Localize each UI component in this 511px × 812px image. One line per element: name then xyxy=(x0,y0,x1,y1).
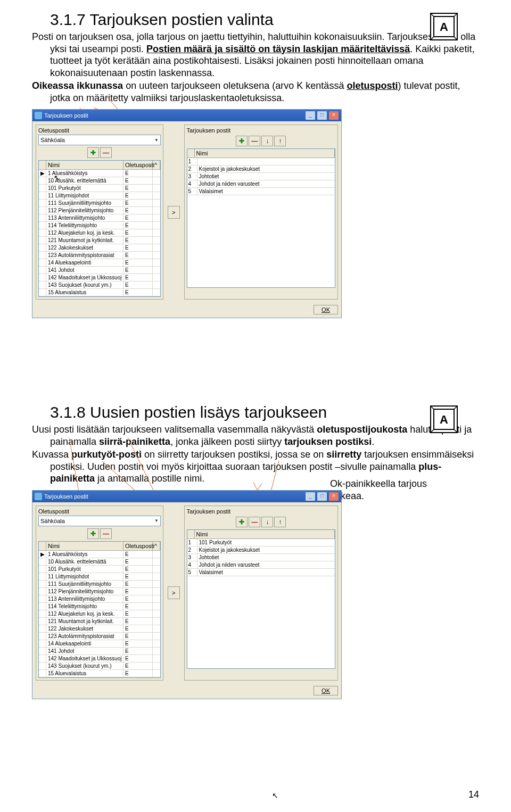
text: on uuteen tarjoukseen oletuksena (arvo K… xyxy=(123,80,347,91)
table-row[interactable]: 1101 Purkutyöt xyxy=(187,539,335,546)
window-icon xyxy=(35,493,42,500)
table-row[interactable]: 112 Aluejakelun koj. ja kesk.E xyxy=(39,610,160,618)
text: ja antamalla postille nimi. xyxy=(95,473,204,484)
label-oletuspostit: Oletuspostit xyxy=(38,127,161,134)
page-number: 14 xyxy=(468,789,479,800)
text: oletuspostijoukosta xyxy=(317,424,407,435)
para: Oikeassa ikkunassa on uuteen tarjoukseen… xyxy=(32,80,479,104)
transfer-button[interactable]: > xyxy=(168,586,180,599)
dropdown-ala[interactable]: Sähköala▼ xyxy=(38,135,161,145)
remove-button[interactable]: — xyxy=(249,136,260,146)
table-row[interactable]: 111 SuurjännitliittymisjohtoE xyxy=(39,200,160,207)
table-row[interactable]: 111 SuurjännitliittymisjohtoE xyxy=(39,581,160,588)
ok-button[interactable]: OK xyxy=(314,686,338,695)
move-down-button[interactable]: ↓ xyxy=(261,517,273,527)
para: Ok-painikkeella tarjous aukeaa. xyxy=(330,478,436,502)
move-up-button[interactable]: ↑ xyxy=(274,517,286,527)
close-button[interactable]: × xyxy=(328,111,339,120)
label-tarjouksen-postit: Tarjouksen postit xyxy=(187,508,336,515)
table-row[interactable]: 142 Maadoitukset ja UkkossuojE xyxy=(39,655,160,662)
left-pane: Oletuspostit Sähköala▼ ✚ — NimiOletuspos… xyxy=(36,506,163,681)
table-row[interactable]: 10 Alusähk. erittelemättäE xyxy=(39,177,160,185)
col-nimi: Nimi xyxy=(195,530,335,538)
table-row[interactable]: 141 JohdotE xyxy=(39,648,160,655)
ok-button[interactable]: OK xyxy=(314,305,338,314)
table-row[interactable]: 15 AluevalaistusE xyxy=(39,289,160,296)
add-button[interactable]: ✚ xyxy=(236,517,248,527)
chevron-down-icon: ▼ xyxy=(154,518,159,523)
maximize-button[interactable]: □ xyxy=(317,492,327,501)
table-row[interactable]: 122 JakokeskuksetE xyxy=(39,625,160,633)
text: . xyxy=(372,436,374,447)
table-row[interactable]: 143 Suojukset (kourut ym.)E xyxy=(39,281,160,289)
minimize-button[interactable]: _ xyxy=(305,111,316,120)
remove-button[interactable]: — xyxy=(249,517,260,527)
table-row[interactable]: 121 Muuntamot ja kytkinlait.E xyxy=(39,237,160,244)
grid-tarjouksen-postit[interactable]: Nimi 1101 Purkutyöt2Kojeistot ja jakokes… xyxy=(187,529,336,669)
a-block-icon: A xyxy=(430,405,458,433)
col-oletusposti: Oletusposti xyxy=(123,161,153,169)
table-row[interactable]: 114 TeleliittymisjohtoE xyxy=(39,222,160,229)
table-row[interactable]: 123 AutolämmityspistorasiatE xyxy=(39,252,160,259)
table-row[interactable]: 113 AntenniliittymisjohtoE xyxy=(39,595,160,603)
text: purkutyöt-posti xyxy=(71,449,142,460)
right-pane: Tarjouksen postit ✚ — ↓ ↑ Nimi 12Kojeist… xyxy=(184,125,339,300)
transfer-button[interactable]: > xyxy=(168,206,180,219)
remove-button[interactable]: — xyxy=(100,528,112,539)
table-row[interactable]: 143 Suojukset (kourut ym.)E xyxy=(39,662,160,670)
move-down-button[interactable]: ↓ xyxy=(261,136,273,146)
label-tarjouksen-postit: Tarjouksen postit xyxy=(187,127,336,134)
text: siirretty xyxy=(326,449,361,460)
table-row[interactable]: 123 AutolämmityspistorasiatE xyxy=(39,633,160,640)
table-row[interactable]: 4Johdot ja niiden varusteet xyxy=(187,561,335,569)
grid-oletuspostit[interactable]: NimiOletusposti^ ▶1 AluesähköistysE10 Al… xyxy=(38,541,161,678)
add-button[interactable]: ✚ xyxy=(87,528,99,539)
grid-oletuspostit[interactable]: NimiOletusposti^ ▶1 AluesähköistysE10 Al… xyxy=(38,160,161,297)
table-row[interactable]: 1 xyxy=(187,158,335,165)
table-row[interactable]: 5Valaisimet xyxy=(187,188,335,195)
table-row[interactable]: 2Kojeistot ja jakokeskukset xyxy=(187,165,335,173)
table-row[interactable]: ▶1 AluesähköistysE xyxy=(39,551,160,558)
left-pane: Oletuspostit Sähköala▼ ✚ — NimiOletuspos… xyxy=(36,125,163,300)
table-row[interactable]: 3Johtotiet xyxy=(187,173,335,180)
table-row[interactable]: 2Kojeistot ja jakokeskukset xyxy=(187,546,335,554)
para: Uusi posti lisätään tarjoukseen valitsem… xyxy=(32,424,479,448)
table-row[interactable]: 14 AluekaapelointiE xyxy=(39,259,160,267)
table-row[interactable]: 15 AluevalaistusE xyxy=(39,670,160,677)
dropdown-value: Sähköala xyxy=(40,518,65,524)
table-row[interactable]: 142 Maadoitukset ja UkkossuojE xyxy=(39,274,160,281)
table-row[interactable]: 101 PurkutyötE xyxy=(39,185,160,192)
add-button[interactable]: ✚ xyxy=(236,136,248,146)
table-row[interactable]: 112 PienjänniteliittymisjohtoE xyxy=(39,588,160,595)
table-row[interactable]: 121 Muuntamot ja kytkinlait.E xyxy=(39,618,160,625)
table-row[interactable]: 11 LiittymisjohdotE xyxy=(39,192,160,200)
maximize-button[interactable]: □ xyxy=(317,111,327,120)
table-row[interactable]: 112 Aluejakelun koj. ja kesk.E xyxy=(39,229,160,237)
col-nimi: Nimi xyxy=(46,161,123,169)
table-row[interactable]: ▶1 AluesähköistysE xyxy=(39,170,160,177)
table-row[interactable]: 14 AluekaapelointiE xyxy=(39,640,160,648)
table-row[interactable]: 113 AntenniliittymisjohtoE xyxy=(39,214,160,222)
table-row[interactable]: 101 PurkutyötE xyxy=(39,566,160,573)
close-button[interactable]: × xyxy=(328,492,339,501)
table-row[interactable]: 11 LiittymisjohdotE xyxy=(39,573,160,581)
minimize-button[interactable]: _ xyxy=(305,492,316,501)
table-row[interactable]: 5Valaisimet xyxy=(187,569,335,576)
table-row[interactable]: 114 TeleliittymisjohtoE xyxy=(39,603,160,610)
remove-button[interactable]: — xyxy=(100,147,112,158)
chevron-down-icon: ▼ xyxy=(154,138,159,143)
table-row[interactable]: 4Johdot ja niiden varusteet xyxy=(187,180,335,188)
table-row[interactable]: 112 PienjänniteliittymisjohtoE xyxy=(39,207,160,214)
text-underline-bold: Postien määrä ja sisältö on täysin laski… xyxy=(146,44,410,54)
right-pane: Tarjouksen postit ✚ — ↓ ↑ Nimi 1101 Purk… xyxy=(184,506,339,681)
grid-tarjouksen-postit[interactable]: Nimi 12Kojeistot ja jakokeskukset3Johtot… xyxy=(187,148,336,288)
table-row[interactable]: 122 JakokeskuksetE xyxy=(39,244,160,252)
section-title: 3.1.7 Tarjouksen postien valinta xyxy=(32,11,479,29)
dropdown-ala[interactable]: Sähköala▼ xyxy=(38,516,161,526)
table-row[interactable]: 10 Alusähk. erittelemättäE xyxy=(39,558,160,566)
table-row[interactable]: 3Johtotiet xyxy=(187,554,335,561)
add-button[interactable]: ✚ xyxy=(87,147,99,158)
move-up-button[interactable]: ↑ xyxy=(274,136,286,146)
window-title: Tarjouksen postit xyxy=(44,112,88,119)
table-row[interactable]: 141 JohdotE xyxy=(39,267,160,274)
